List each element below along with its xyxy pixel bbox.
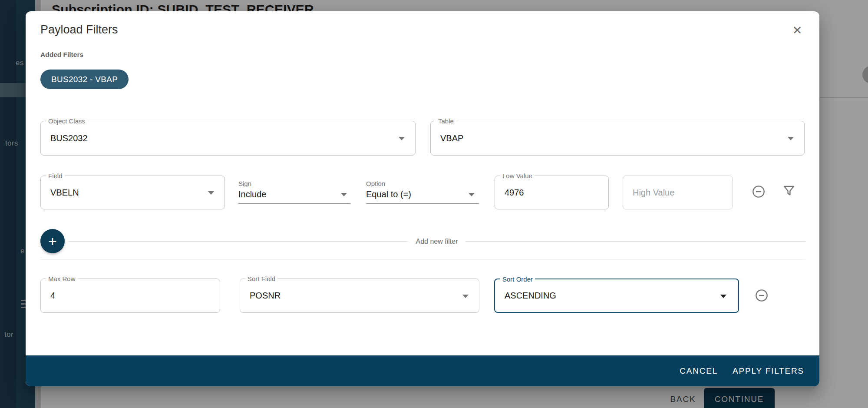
dropdown-arrow-icon bbox=[208, 191, 214, 195]
dropdown-arrow-icon bbox=[341, 193, 347, 196]
table-select[interactable]: Table VBAP bbox=[430, 121, 805, 156]
option-select[interactable]: Option Equal to (=) bbox=[366, 180, 479, 204]
apply-filters-button[interactable]: APPLY FILTERS bbox=[733, 366, 804, 376]
sort-field-value: POSNR bbox=[250, 279, 281, 312]
dropdown-arrow-icon bbox=[469, 193, 475, 196]
add-new-filter-divider: Add new filter bbox=[68, 238, 805, 245]
payload-filters-dialog: Payload Filters ✕ Added Filters BUS2032 … bbox=[26, 11, 819, 386]
add-filter-button[interactable]: + bbox=[40, 229, 65, 253]
cancel-button[interactable]: CANCEL bbox=[680, 366, 718, 376]
table-value: VBAP bbox=[440, 121, 463, 155]
low-value-input[interactable] bbox=[495, 176, 608, 209]
dropdown-arrow-icon bbox=[399, 137, 405, 140]
high-value-field bbox=[623, 176, 733, 209]
dialog-footer: CANCEL APPLY FILTERS bbox=[26, 355, 819, 386]
option-label: Option bbox=[366, 180, 479, 187]
sign-value: Include bbox=[238, 189, 350, 199]
object-class-value: BUS2032 bbox=[50, 121, 88, 155]
object-class-select[interactable]: Object Class BUS2032 bbox=[40, 121, 416, 156]
sort-field-select[interactable]: Sort Field POSNR bbox=[240, 279, 479, 313]
field-value: VBELN bbox=[50, 176, 79, 209]
low-value-field: Low Value bbox=[495, 176, 609, 209]
screen: Subscription ID: SUBID_TEST_RECEIVER BAC… bbox=[0, 0, 868, 408]
filter-funnel-icon[interactable] bbox=[782, 184, 796, 198]
section-divider bbox=[40, 259, 805, 260]
dialog-title: Payload Filters bbox=[40, 23, 118, 36]
sort-order-select[interactable]: Sort Order ASCENDING bbox=[494, 279, 739, 313]
option-value: Equal to (=) bbox=[366, 189, 479, 199]
add-new-filter-label: Add new filter bbox=[408, 238, 466, 245]
field-select[interactable]: Field VBELN bbox=[40, 176, 225, 209]
dropdown-arrow-icon bbox=[720, 295, 726, 298]
high-value-input[interactable] bbox=[623, 176, 733, 209]
sign-select[interactable]: Sign Include bbox=[238, 180, 350, 204]
close-icon[interactable]: ✕ bbox=[789, 22, 806, 39]
sign-label: Sign bbox=[238, 180, 350, 187]
max-row-input[interactable] bbox=[41, 279, 220, 312]
sort-order-value: ASCENDING bbox=[505, 279, 556, 312]
added-filters-label: Added Filters bbox=[40, 51, 83, 59]
filter-chip[interactable]: BUS2032 - VBAP bbox=[40, 70, 129, 89]
dropdown-arrow-icon bbox=[788, 137, 794, 140]
remove-filter-row-icon[interactable] bbox=[752, 185, 766, 199]
remove-sort-row-icon[interactable] bbox=[755, 289, 769, 302]
dropdown-arrow-icon bbox=[462, 295, 469, 298]
max-row-field: Max Row bbox=[40, 279, 220, 313]
